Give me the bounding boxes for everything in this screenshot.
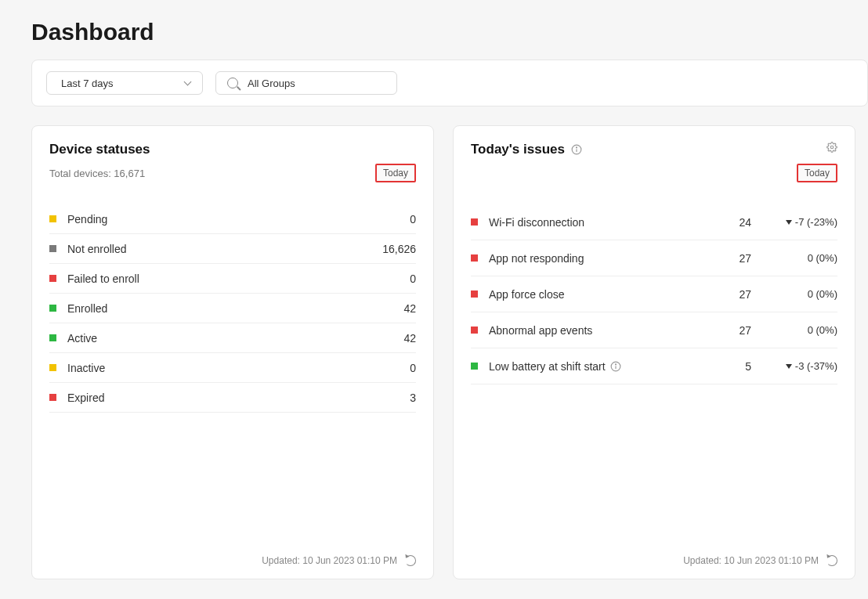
issues-today-tag[interactable]: Today: [797, 164, 837, 182]
statuses-list: Pending0Not enrolled16,626Failed to enro…: [49, 204, 416, 413]
device-statuses-card: Device statuses Total devices: 16,671 To…: [31, 125, 434, 579]
filter-bar: Last 7 days All Groups: [31, 60, 868, 106]
status-value: 0: [369, 213, 416, 226]
issues-updated: Updated: 10 Jun 2023 01:10 PM: [683, 555, 819, 566]
status-label: Active: [67, 332, 369, 345]
chevron-down-icon: [183, 79, 191, 87]
status-label: Expired: [67, 392, 369, 404]
refresh-icon[interactable]: [405, 555, 416, 566]
status-value: 0: [369, 272, 416, 285]
issue-label: App force close: [489, 288, 704, 301]
status-row[interactable]: Pending0: [49, 204, 416, 234]
status-row[interactable]: Not enrolled16,626: [49, 234, 416, 264]
status-row[interactable]: Active42: [49, 323, 416, 353]
info-icon[interactable]: [610, 361, 621, 372]
status-swatch: [49, 245, 56, 252]
refresh-icon[interactable]: [826, 555, 837, 566]
issue-swatch: [471, 218, 478, 226]
issue-value: 27: [704, 324, 751, 337]
gear-icon[interactable]: [826, 142, 837, 153]
status-label: Pending: [67, 213, 369, 226]
status-value: 3: [369, 392, 416, 404]
issue-row[interactable]: Abnormal app events270 (0%): [471, 312, 837, 348]
status-row[interactable]: Inactive0: [49, 353, 416, 383]
status-row[interactable]: Enrolled42: [49, 294, 416, 323]
issue-row[interactable]: App force close270 (0%): [471, 276, 837, 312]
status-label: Inactive: [67, 362, 369, 374]
issue-value: 5: [704, 360, 751, 373]
status-label: Failed to enroll: [67, 272, 369, 285]
status-value: 42: [369, 302, 416, 315]
info-icon[interactable]: [571, 144, 582, 155]
search-icon: [227, 78, 238, 88]
status-swatch: [49, 275, 56, 282]
statuses-today-tag[interactable]: Today: [375, 164, 416, 182]
status-value: 42: [369, 332, 416, 345]
status-swatch: [49, 394, 56, 401]
issues-list: Wi-Fi disconnection24-7 (-23%)App not re…: [471, 204, 837, 384]
issue-row[interactable]: Wi-Fi disconnection24-7 (-23%): [471, 204, 837, 240]
status-swatch: [49, 215, 56, 222]
issue-label: App not responding: [489, 252, 704, 265]
issue-row[interactable]: App not responding270 (0%): [471, 240, 837, 276]
svg-point-6: [615, 363, 616, 364]
status-swatch: [49, 334, 56, 341]
statuses-updated: Updated: 10 Jun 2023 01:10 PM: [262, 555, 397, 566]
issue-swatch: [471, 363, 478, 370]
device-statuses-title: Device statuses: [49, 142, 150, 157]
issues-title: Today's issues: [471, 142, 565, 157]
svg-point-0: [830, 146, 834, 149]
issue-value: 27: [704, 288, 751, 301]
status-value: 0: [369, 362, 416, 374]
issue-change: 0 (0%): [751, 252, 837, 264]
status-row[interactable]: Expired3: [49, 383, 416, 413]
issue-value: 27: [704, 252, 751, 265]
date-range-dropdown[interactable]: Last 7 days: [46, 71, 203, 95]
issue-value: 24: [704, 216, 751, 229]
trend-down-icon: [786, 364, 792, 369]
svg-point-3: [576, 147, 577, 148]
issue-row[interactable]: Low battery at shift start 5-3 (-37%): [471, 348, 837, 384]
total-devices-label: Total devices: 16,671: [49, 168, 145, 179]
issue-swatch: [471, 254, 478, 262]
status-label: Not enrolled: [67, 243, 369, 255]
issue-change: -3 (-37%): [751, 360, 837, 372]
issue-swatch: [471, 290, 478, 298]
issue-swatch: [471, 327, 478, 334]
page-title: Dashboard: [31, 19, 868, 45]
issue-change: -7 (-23%): [751, 216, 837, 228]
status-label: Enrolled: [67, 302, 369, 315]
date-range-value: Last 7 days: [61, 78, 114, 89]
issue-label: Low battery at shift start: [489, 360, 704, 373]
trend-down-icon: [786, 220, 792, 225]
group-search[interactable]: All Groups: [215, 71, 397, 95]
issue-label: Wi-Fi disconnection: [489, 216, 704, 229]
status-row[interactable]: Failed to enroll0: [49, 264, 416, 294]
group-search-value: All Groups: [248, 78, 295, 89]
issue-change: 0 (0%): [751, 324, 837, 336]
status-swatch: [49, 364, 56, 371]
issue-change: 0 (0%): [751, 288, 837, 300]
issue-label: Abnormal app events: [489, 324, 704, 337]
status-swatch: [49, 305, 56, 312]
todays-issues-card: Today's issues Today Wi-Fi disconnection…: [453, 125, 855, 579]
status-value: 16,626: [369, 243, 416, 255]
